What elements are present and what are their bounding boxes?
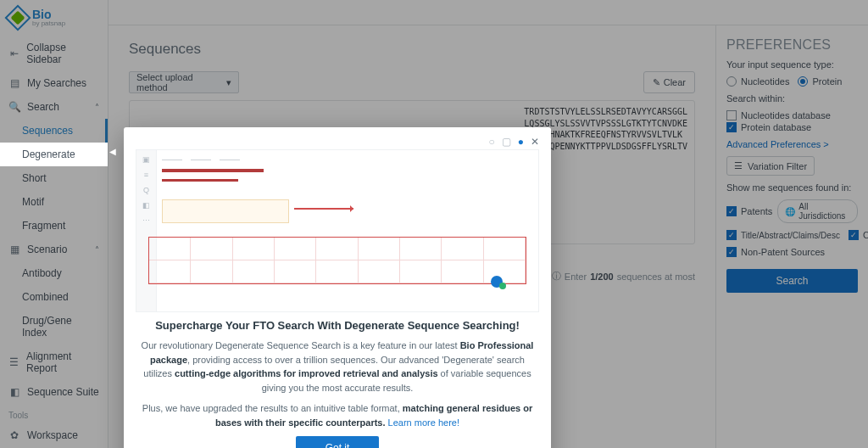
sidebar-sub-degenerate[interactable]: Degenerate [0, 143, 108, 166]
modal-paragraph-2: Plus, we have upgraded the results to an… [136, 401, 539, 429]
modal-heading: Supercharge Your FTO Search With Degener… [136, 319, 539, 332]
modal-paragraph-1: Our revolutionary Degenerate Sequence Se… [136, 339, 539, 395]
learn-more-link[interactable]: Learn more here! [386, 417, 459, 428]
modal-dot-active-icon: ● [518, 136, 524, 148]
modal-screenshot: ▣≡Q◧⋯ ————————— [136, 149, 539, 312]
got-it-button[interactable]: Got it [296, 436, 379, 448]
onboarding-modal: ○ ▢ ● ✕ ▣≡Q◧⋯ ————————— Supercharge Your… [124, 127, 551, 448]
modal-dot-icon: ▢ [502, 136, 511, 148]
modal-close-button[interactable]: ✕ [531, 136, 539, 148]
modal-dot-icon: ○ [489, 136, 495, 148]
